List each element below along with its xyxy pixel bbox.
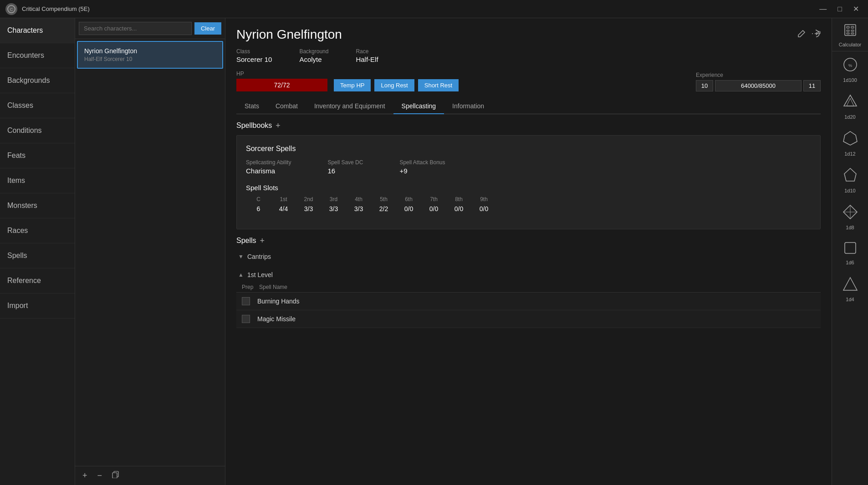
sidebar-item-backgrounds[interactable]: Backgrounds [0,68,75,93]
cantrips-category: ▼ Cantrips [236,249,821,264]
temp-hp-button[interactable]: Temp HP [334,79,371,91]
main-content: Nyrion Gnelfington Clas [225,18,832,485]
share-character-button[interactable] [812,29,821,40]
sidebar-item-monsters[interactable]: Monsters [0,193,75,218]
d20-label: 1d20 [844,114,855,120]
spell-list-header: Prep Spell Name [236,282,821,293]
copy-character-button[interactable] [110,470,121,481]
slot-col-3: 3rd 3/3 [321,196,346,212]
d4-label: 1d4 [846,297,854,302]
tab-combat[interactable]: Combat [267,99,306,114]
tab-information[interactable]: Information [444,99,492,114]
calculator-label: Calculator [839,42,862,47]
save-dc-label: Spell Save DC [327,159,363,166]
slot-col-4: 4th 3/3 [346,196,371,212]
sidebar-item-classes[interactable]: Classes [0,93,75,118]
slot-header-1: 1st [280,196,287,202]
class-meta: Class Sorcerer 10 [236,48,272,63]
experience-section: Experience [696,72,821,91]
character-list-item[interactable]: Nyrion Gnelfington Half-Elf Sorcerer 10 [77,41,223,69]
d10-label: 1d10 [844,188,855,193]
tab-stats[interactable]: Stats [236,99,267,114]
search-bar: Clear [75,18,225,39]
spellbook-name: Sorcerer Spells [246,145,811,153]
level-input[interactable] [696,80,713,91]
sidebar-item-races[interactable]: Races [0,218,75,243]
tab-spellcasting[interactable]: Spellcasting [393,99,444,114]
title-bar: C Critical Compendium (5E) — □ ✕ [0,0,868,18]
spellcasting-content: Spellbooks + Sorcerer Spells Spellcastin… [236,121,821,485]
dice-1d20[interactable]: 1d20 [832,88,868,125]
hp-bar-container[interactable]: 72/72 [236,79,327,91]
sidebar-item-reference[interactable]: Reference [0,268,75,293]
first-level-header[interactable]: ▲ 1st Level [236,268,821,282]
cantrips-header[interactable]: ▼ Cantrips [236,249,821,264]
dice-1d10[interactable]: 1d10 [832,162,868,199]
calculator-section[interactable]: Calculator [832,18,868,51]
save-dc-value: 16 [327,167,363,175]
dice-1d6[interactable]: 1d6 [832,236,868,271]
spellcasting-stats: Spellcasting Ability Charisma Spell Save… [246,159,811,175]
slot-col-7: 7th 0/0 [421,196,446,212]
slot-header-7: 7th [430,196,438,202]
close-button[interactable]: ✕ [849,4,863,14]
next-level-input[interactable] [803,80,821,91]
spell-checkbox-magic-missile[interactable] [242,315,250,323]
d12-icon [842,131,858,149]
sidebar-item-characters[interactable]: Characters [0,18,75,43]
spell-checkbox-burning-hands[interactable] [242,297,250,305]
sidebar-item-encounters[interactable]: Encounters [0,43,75,68]
character-meta: Class Sorcerer 10 Background Acolyte Rac… [236,48,821,63]
character-header: Nyrion Gnelfington [236,27,821,42]
tab-inventory[interactable]: Inventory and Equipment [306,99,393,114]
short-rest-button[interactable]: Short Rest [418,79,459,91]
spell-row-magic-missile[interactable]: Magic Missile [236,310,821,328]
hp-section: HP 72/72 Temp HP Long Rest Short Rest [236,71,459,91]
d6-icon [843,241,857,258]
dice-1d4[interactable]: 1d4 [832,271,868,308]
slot-header-c: C [256,196,260,202]
slot-col-2: 2nd 3/3 [296,196,321,212]
sidebar-item-conditions[interactable]: Conditions [0,118,75,143]
character-tabs: Stats Combat Inventory and Equipment Spe… [236,99,821,114]
background-meta: Background Acolyte [299,48,328,63]
right-panel: Calculator % 1d100 1d20 [832,18,868,485]
slot-val-8: 0/0 [454,205,463,212]
svg-rect-8 [847,30,849,31]
xp-input[interactable] [715,80,802,91]
dice-1d8[interactable]: 1d8 [832,199,868,236]
d100-label: 1d100 [843,77,857,83]
dice-1d12[interactable]: 1d12 [832,125,868,162]
sidebar-item-import[interactable]: Import [0,293,75,318]
add-spell-button[interactable]: + [260,237,265,245]
spell-row-burning-hands[interactable]: Burning Hands [236,293,821,310]
search-input[interactable] [79,22,192,35]
long-rest-button[interactable]: Long Rest [374,79,414,91]
spell-name-magic-missile: Magic Missile [257,315,296,323]
svg-marker-14 [844,95,857,106]
minimize-button[interactable]: — [816,4,830,14]
sidebar-item-items[interactable]: Items [0,168,75,193]
hp-value: 72/72 [274,81,290,89]
slot-val-9: 0/0 [480,205,488,212]
svg-text:C: C [10,7,13,12]
clear-button[interactable]: Clear [194,22,221,35]
experience-inputs [696,80,821,91]
remove-character-button[interactable]: − [96,470,104,481]
window-controls: — □ ✕ [816,4,863,14]
maximize-button[interactable]: □ [834,4,846,14]
slot-val-4: 3/3 [354,205,363,212]
sidebar-item-spells[interactable]: Spells [0,243,75,268]
slot-col-1: 1st 4/4 [271,196,296,212]
spell-name-header: Spell Name [259,284,287,290]
attack-bonus-stat: Spell Attack Bonus +9 [399,159,445,175]
add-spellbook-button[interactable]: + [276,121,281,130]
d100-icon: % [842,57,858,76]
dice-1d100[interactable]: % 1d100 [832,51,868,88]
rest-buttons: Temp HP Long Rest Short Rest [334,79,459,91]
edit-character-button[interactable] [797,29,806,40]
add-character-button[interactable]: + [81,470,89,481]
sidebar-item-feats[interactable]: Feats [0,143,75,168]
spellbooks-title: Spellbooks [236,121,272,130]
slot-col-5: 5th 2/2 [371,196,396,212]
